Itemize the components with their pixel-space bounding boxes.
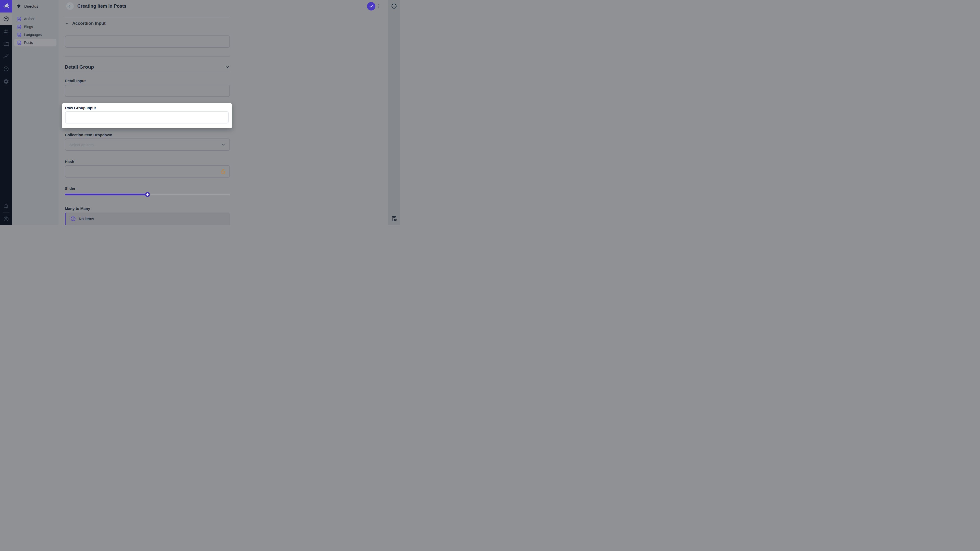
database-icon <box>17 40 22 45</box>
header-actions <box>367 2 381 11</box>
divider <box>65 56 230 57</box>
detail-group-header[interactable]: Detail Group <box>65 64 230 70</box>
module-users[interactable] <box>0 25 12 38</box>
module-bar-bottom <box>0 200 12 225</box>
folder-icon <box>3 41 9 47</box>
module-content[interactable] <box>0 13 12 25</box>
collections-nav: Author Blogs Languages <box>12 13 59 46</box>
info-icon <box>70 216 76 221</box>
nav-item-author[interactable]: Author <box>14 15 56 23</box>
hash-input[interactable] <box>65 165 230 178</box>
module-insights[interactable] <box>0 50 12 62</box>
rabbit-icon <box>2 2 11 11</box>
svg-text:?: ? <box>5 67 7 70</box>
page-header: Creating Item in Posts <box>59 0 388 12</box>
insights-icon <box>3 53 9 59</box>
raw-group-input-card: Raw Group Input <box>62 103 232 128</box>
slider-label: Slider <box>65 186 76 191</box>
nav-item-label: Blogs <box>24 25 33 29</box>
chevron-down-icon <box>65 21 69 25</box>
collection-item-dropdown-label: Collection Item Dropdown <box>65 133 112 137</box>
module-settings[interactable] <box>0 75 12 87</box>
slider-fill <box>65 194 148 195</box>
nav-item-label: Author <box>24 17 35 21</box>
save-button[interactable] <box>367 2 375 11</box>
page-title: Creating Item in Posts <box>77 3 126 9</box>
chevron-down-icon <box>225 65 230 70</box>
directus-logo[interactable] <box>0 0 12 13</box>
back-button[interactable] <box>66 2 74 10</box>
slider-thumb[interactable] <box>145 192 150 197</box>
info-panel-button[interactable] <box>391 3 397 9</box>
project-name: Directus <box>24 4 38 8</box>
clipboard-clock-icon <box>391 216 397 222</box>
check-icon <box>369 4 374 9</box>
database-icon <box>17 24 22 29</box>
select-placeholder: Select an item... <box>69 143 97 147</box>
detail-input-label: Detail Input <box>65 79 86 83</box>
help-icon: ? <box>3 66 9 72</box>
accordion-input[interactable] <box>65 35 230 48</box>
database-icon <box>17 32 22 37</box>
nav-item-label: Languages <box>24 33 41 37</box>
nav-sidebar: Directus Author Blogs <box>12 0 59 225</box>
many-to-many-label: Many to Many <box>65 206 90 211</box>
raw-group-input[interactable] <box>65 111 229 124</box>
module-bar: ? <box>0 0 12 225</box>
many-to-many-empty-notice: No items <box>65 213 230 225</box>
divider <box>65 72 230 72</box>
item-form: Accordion Input Detail Group Detail Inpu… <box>59 12 388 225</box>
project-switcher[interactable]: Directus <box>12 0 59 13</box>
app-window: ? <box>0 0 400 225</box>
form-column: Accordion Input Detail Group Detail Inpu… <box>65 12 230 225</box>
fan-icon <box>16 3 21 9</box>
nav-item-posts[interactable]: Posts <box>14 39 56 46</box>
right-sidebar-strip <box>388 0 400 225</box>
account-button[interactable] <box>0 213 12 225</box>
empty-state-text: No items <box>79 217 94 221</box>
revisions-panel-button[interactable] <box>391 216 397 222</box>
kebab-menu-icon <box>378 3 379 9</box>
hash-label: Hash <box>65 159 74 164</box>
bell-icon <box>3 203 9 209</box>
divider <box>65 18 230 18</box>
box-icon <box>3 16 9 22</box>
chevron-down-icon <box>221 142 226 147</box>
nav-item-blogs[interactable]: Blogs <box>14 23 56 30</box>
more-options-button[interactable] <box>377 2 381 11</box>
collection-item-dropdown[interactable]: Select an item... <box>65 138 230 151</box>
raw-group-input-label: Raw Group Input <box>65 106 229 110</box>
nav-item-label: Posts <box>24 41 33 44</box>
arrow-left-icon <box>68 3 72 9</box>
users-icon <box>3 28 9 35</box>
accordion-section-header[interactable]: Accordion Input <box>65 20 105 27</box>
detail-input[interactable] <box>65 85 230 97</box>
detail-group-title: Detail Group <box>65 64 94 70</box>
accordion-title: Accordion Input <box>72 21 105 26</box>
info-icon <box>391 3 397 9</box>
module-files[interactable] <box>0 38 12 50</box>
lock-open-icon[interactable] <box>220 168 226 174</box>
user-circle-icon <box>3 216 9 222</box>
notifications-button[interactable] <box>0 200 12 212</box>
module-help[interactable]: ? <box>0 62 12 75</box>
database-icon <box>17 17 22 21</box>
settings-icon <box>3 78 9 84</box>
nav-item-languages[interactable]: Languages <box>14 31 56 38</box>
slider-input[interactable] <box>65 192 230 197</box>
